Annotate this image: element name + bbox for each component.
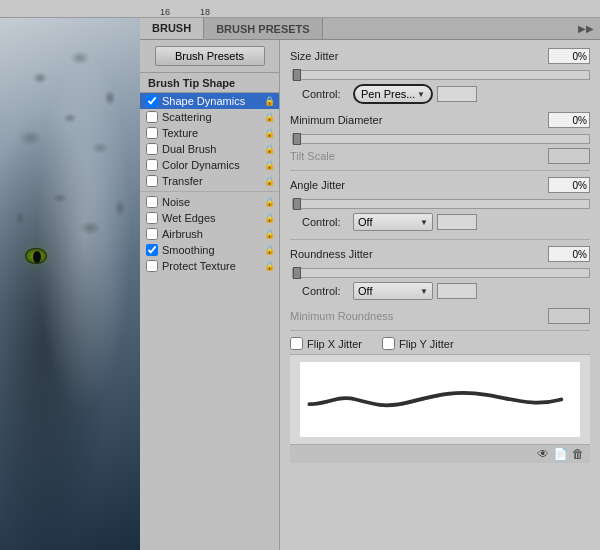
eye-icon[interactable]: 👁 bbox=[537, 447, 549, 461]
minimum-roundness-label: Minimum Roundness bbox=[290, 310, 548, 322]
background-image-panel bbox=[0, 18, 140, 550]
scattering-checkbox[interactable] bbox=[146, 111, 158, 123]
minimum-roundness-input bbox=[548, 308, 590, 324]
panel-menu-icon[interactable]: ▶▶ bbox=[578, 23, 600, 34]
sidebar-item-airbrush[interactable]: Airbrush 🔒 bbox=[140, 226, 279, 242]
roundness-jitter-input[interactable] bbox=[548, 246, 590, 262]
minimum-diameter-slider[interactable] bbox=[292, 134, 590, 144]
lock-icon-shape-dynamics: 🔒 bbox=[264, 96, 275, 106]
control-2-dropdown[interactable]: Off ▼ bbox=[353, 213, 433, 231]
minimum-diameter-row: Minimum Diameter bbox=[290, 112, 590, 128]
scattering-label: Scattering bbox=[162, 111, 212, 123]
size-jitter-slider[interactable] bbox=[292, 70, 590, 80]
brush-options-list: Shape Dynamics 🔒 Scattering 🔒 Texture 🔒 bbox=[140, 93, 279, 550]
lock-icon-dual-brush: 🔒 bbox=[264, 144, 275, 154]
sidebar-item-transfer[interactable]: Transfer 🔒 bbox=[140, 173, 279, 189]
tab-brush[interactable]: BRUSH bbox=[140, 18, 204, 39]
brush-preview-canvas bbox=[300, 362, 580, 437]
leopard-background bbox=[0, 18, 140, 550]
shape-dynamics-checkbox[interactable] bbox=[146, 95, 158, 107]
sidebar-item-protect-texture[interactable]: Protect Texture 🔒 bbox=[140, 258, 279, 274]
roundness-jitter-slider-row bbox=[290, 268, 590, 278]
wet-edges-label: Wet Edges bbox=[162, 212, 216, 224]
control-1-arrow: ▼ bbox=[417, 90, 425, 99]
control-2-extra[interactable] bbox=[437, 214, 477, 230]
control-1-dropdown[interactable]: Pen Pres... ▼ bbox=[353, 84, 433, 104]
size-jitter-label: Size Jitter bbox=[290, 50, 548, 62]
brush-preview-area bbox=[290, 354, 590, 444]
control-3-extra[interactable] bbox=[437, 283, 477, 299]
dual-brush-checkbox[interactable] bbox=[146, 143, 158, 155]
sidebar-item-shape-dynamics[interactable]: Shape Dynamics 🔒 bbox=[140, 93, 279, 109]
lock-icon-noise: 🔒 bbox=[264, 197, 275, 207]
divider-1 bbox=[290, 170, 590, 171]
wet-edges-checkbox[interactable] bbox=[146, 212, 158, 224]
flip-y-checkbox[interactable] bbox=[382, 337, 395, 350]
flip-x-label[interactable]: Flip X Jitter bbox=[290, 337, 362, 350]
brush-tip-shape-label: Brush Tip Shape bbox=[140, 72, 279, 93]
angle-jitter-slider[interactable] bbox=[292, 199, 590, 209]
bottom-icons-bar: 👁 📄 🗑 bbox=[290, 444, 590, 463]
new-preset-icon[interactable]: 📄 bbox=[553, 447, 568, 461]
angle-jitter-row: Angle Jitter bbox=[290, 177, 590, 193]
color-dynamics-checkbox[interactable] bbox=[146, 159, 158, 171]
flip-y-label[interactable]: Flip Y Jitter bbox=[382, 337, 454, 350]
lock-icon-wet-edges: 🔒 bbox=[264, 213, 275, 223]
roundness-jitter-slider[interactable] bbox=[292, 268, 590, 278]
roundness-jitter-row: Roundness Jitter bbox=[290, 246, 590, 262]
control-1-label: Control: bbox=[302, 88, 347, 100]
sidebar-item-texture[interactable]: Texture 🔒 bbox=[140, 125, 279, 141]
control-3-value: Off bbox=[358, 285, 372, 297]
lock-icon-airbrush: 🔒 bbox=[264, 229, 275, 239]
protect-texture-checkbox[interactable] bbox=[146, 260, 158, 272]
size-jitter-input[interactable] bbox=[548, 48, 590, 64]
lock-icon-protect-texture: 🔒 bbox=[264, 261, 275, 271]
protect-texture-label: Protect Texture bbox=[162, 260, 236, 272]
size-jitter-slider-row bbox=[290, 70, 590, 80]
minimum-roundness-row: Minimum Roundness bbox=[290, 308, 590, 324]
lock-icon-transfer: 🔒 bbox=[264, 176, 275, 186]
tab-brush-presets[interactable]: BRUSH PRESETS bbox=[204, 18, 323, 39]
noise-checkbox[interactable] bbox=[146, 196, 158, 208]
lock-icon-scattering: 🔒 bbox=[264, 112, 275, 122]
sidebar-item-scattering[interactable]: Scattering 🔒 bbox=[140, 109, 279, 125]
minimum-diameter-input[interactable] bbox=[548, 112, 590, 128]
control-3-dropdown[interactable]: Off ▼ bbox=[353, 282, 433, 300]
tilt-scale-label: Tilt Scale bbox=[290, 150, 548, 162]
tilt-scale-input bbox=[548, 148, 590, 164]
divider-2 bbox=[290, 239, 590, 240]
sidebar-item-color-dynamics[interactable]: Color Dynamics 🔒 bbox=[140, 157, 279, 173]
control-3-arrow: ▼ bbox=[420, 287, 428, 296]
lock-icon-texture: 🔒 bbox=[264, 128, 275, 138]
flip-x-checkbox[interactable] bbox=[290, 337, 303, 350]
settings-panel: Size Jitter Control: Pen Pres... ▼ bbox=[280, 40, 600, 550]
lock-icon-smoothing: 🔒 bbox=[264, 245, 275, 255]
sidebar-item-dual-brush[interactable]: Dual Brush 🔒 bbox=[140, 141, 279, 157]
sidebar-item-wet-edges[interactable]: Wet Edges 🔒 bbox=[140, 210, 279, 226]
control-1-extra[interactable] bbox=[437, 86, 477, 102]
texture-label: Texture bbox=[162, 127, 198, 139]
brush-presets-button[interactable]: Brush Presets bbox=[155, 46, 265, 66]
sidebar-item-noise[interactable]: Noise 🔒 bbox=[140, 194, 279, 210]
control-2-row: Control: Off ▼ bbox=[302, 213, 590, 231]
brush-panel: BRUSH BRUSH PRESETS ▶▶ Brush Presets Bru… bbox=[140, 18, 600, 550]
size-jitter-row: Size Jitter bbox=[290, 48, 590, 64]
divider-3 bbox=[290, 330, 590, 331]
transfer-checkbox[interactable] bbox=[146, 175, 158, 187]
control-1-row: Control: Pen Pres... ▼ bbox=[302, 84, 590, 104]
airbrush-checkbox[interactable] bbox=[146, 228, 158, 240]
list-divider bbox=[140, 191, 279, 192]
smoothing-checkbox[interactable] bbox=[146, 244, 158, 256]
angle-jitter-input[interactable] bbox=[548, 177, 590, 193]
smoothing-label: Smoothing bbox=[162, 244, 215, 256]
lock-icon-color-dynamics: 🔒 bbox=[264, 160, 275, 170]
texture-checkbox[interactable] bbox=[146, 127, 158, 139]
roundness-jitter-label: Roundness Jitter bbox=[290, 248, 548, 260]
minimum-diameter-slider-row bbox=[290, 134, 590, 144]
dual-brush-label: Dual Brush bbox=[162, 143, 216, 155]
brush-stroke-svg bbox=[300, 362, 580, 437]
transfer-label: Transfer bbox=[162, 175, 203, 187]
delete-preset-icon[interactable]: 🗑 bbox=[572, 447, 584, 461]
sidebar-item-smoothing[interactable]: Smoothing 🔒 bbox=[140, 242, 279, 258]
control-1-value: Pen Pres... bbox=[361, 88, 415, 100]
